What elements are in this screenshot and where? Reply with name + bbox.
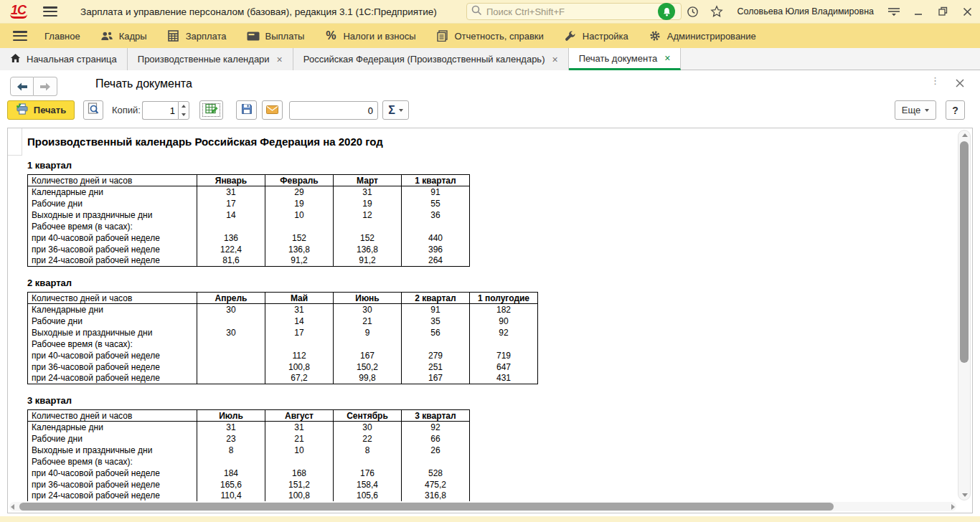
spin-down-icon[interactable] (179, 110, 189, 119)
menu-item-label: Выплаты (265, 31, 305, 42)
menu-item-administration[interactable]: Администрирование (639, 24, 766, 48)
table-row: при 24-часовой рабочей неделе81,691,291,… (28, 255, 470, 267)
section-heading-q1: 1 квартал (27, 160, 956, 171)
close-icon[interactable] (960, 4, 974, 19)
horizontal-scrollbar[interactable] (9, 502, 956, 511)
tab-print-document[interactable]: Печать документа × (569, 48, 682, 70)
table-cell: 21 (265, 433, 334, 445)
minimize-icon[interactable] (911, 4, 925, 19)
menu-item-payments[interactable]: Выплаты (237, 24, 315, 48)
send-email-button[interactable] (262, 100, 283, 120)
table-header-cell: 1 квартал (402, 175, 470, 186)
table-header-cell: Январь (197, 175, 265, 186)
scroll-right-icon[interactable] (951, 504, 955, 510)
print-button[interactable]: Печать (7, 100, 75, 120)
restore-icon[interactable] (936, 4, 950, 19)
table-cell (265, 338, 334, 350)
table-cell (334, 456, 402, 468)
current-user-name[interactable]: Соловьева Юлия Владимировна (737, 6, 874, 16)
preview-magnifier-icon (88, 103, 99, 118)
table-cell (402, 338, 470, 350)
tab-home[interactable]: Начальная страница (0, 48, 128, 70)
edit-spreadsheet-button[interactable] (199, 100, 223, 120)
menu-item-label: Главное (44, 31, 80, 42)
tab-russian-federation-calendar[interactable]: Российская Федерация (Производственный к… (293, 48, 569, 70)
copies-input[interactable] (142, 101, 178, 120)
envelope-icon (266, 104, 278, 117)
table-cell: 90 (470, 315, 538, 327)
table-cell: 431 (470, 373, 538, 384)
table-cell: при 24-часовой рабочей неделе (28, 255, 197, 267)
window-options-dots-icon[interactable]: ⋮ (930, 79, 940, 82)
calendar-table-q2: Количество дней и часовАпрельМайИюнь2 кв… (27, 292, 538, 384)
people-icon (100, 29, 113, 42)
table-row: при 24-часовой рабочей неделе67,299,8167… (28, 373, 538, 384)
table-cell: 31 (334, 186, 402, 198)
table-row: Рабочее время (в часах): (28, 338, 538, 350)
table-cell: Выходные и праздничные дни (28, 209, 197, 221)
table-cell: 19 (265, 198, 334, 209)
wrench-icon (564, 29, 577, 42)
table-cell: при 40-часовой рабочей неделе (28, 350, 197, 361)
close-form-icon[interactable] (956, 77, 964, 90)
sum-button[interactable]: Σ (382, 100, 409, 120)
table-cell: при 36-часовой рабочей неделе (28, 479, 197, 490)
table-header-cell: Количество дней и часов (28, 410, 197, 422)
history-icon[interactable] (685, 4, 699, 19)
menu-item-salary[interactable]: Зарплата (157, 24, 237, 48)
more-actions-button[interactable]: Еще (895, 100, 936, 120)
sections-panel-icon[interactable] (13, 31, 27, 41)
menu-item-main[interactable]: Главное (34, 24, 90, 48)
menu-item-reports[interactable]: Отчетность, справки (426, 24, 554, 48)
table-cell: 92 (402, 422, 470, 433)
open-windows-tabbar: Начальная страница Производственные кале… (0, 48, 980, 70)
table-cell: 21 (334, 315, 402, 327)
table-row: Выходные и праздничные дни301795692 (28, 327, 538, 338)
table-cell: 152 (334, 232, 402, 244)
table-row: Рабочие дни14213590 (28, 315, 538, 327)
table-cell: 67,2 (265, 373, 334, 384)
table-cell: Рабочее время (в часах): (28, 221, 197, 232)
table-cell: 91,2 (334, 255, 402, 267)
table-cell: Выходные и праздничные дни (28, 327, 197, 338)
table-header-cell: Количество дней и часов (28, 175, 197, 186)
table-row: Выходные и праздничные дни810826 (28, 445, 470, 456)
table-cell: 167 (402, 373, 470, 384)
notifications-bell-icon[interactable] (658, 3, 675, 20)
table-cell: 30 (197, 304, 265, 315)
scroll-left-icon[interactable] (11, 504, 14, 510)
forward-button[interactable] (34, 77, 57, 96)
scale-value-field[interactable] (289, 101, 378, 120)
menu-item-label: Настройка (583, 31, 628, 42)
document-content: Производственный календарь Российская Фе… (8, 128, 956, 501)
tab-close-icon[interactable]: × (277, 54, 283, 65)
vertical-scroll-thumb[interactable] (960, 141, 969, 363)
main-menu-icon[interactable] (43, 6, 57, 16)
vertical-scrollbar[interactable] (958, 130, 971, 500)
tab-close-icon[interactable]: × (664, 52, 670, 64)
back-button[interactable] (10, 77, 34, 96)
service-menu-icon[interactable] (887, 4, 901, 19)
scroll-down-icon[interactable] (962, 493, 968, 497)
table-cell (334, 338, 402, 350)
tab-close-icon[interactable]: × (552, 54, 557, 65)
sections-menubar: Главное Кадры Зарплата Выплаты % Налоги … (0, 23, 980, 48)
menu-item-settings[interactable]: Настройка (554, 24, 639, 48)
menu-item-taxes[interactable]: % Налоги и взносы (314, 24, 425, 48)
scroll-up-icon[interactable] (962, 133, 968, 137)
table-cell: 475,2 (402, 479, 470, 490)
menu-item-hr[interactable]: Кадры (90, 24, 157, 48)
help-button[interactable]: ? (946, 100, 965, 120)
horizontal-scroll-thumb[interactable] (19, 503, 834, 511)
spin-up-icon[interactable] (179, 102, 189, 110)
report-icon (436, 29, 449, 42)
save-button[interactable] (236, 100, 257, 120)
table-cell: 31 (265, 422, 334, 433)
print-preview-button[interactable] (83, 100, 103, 120)
table-cell: 29 (265, 186, 334, 198)
global-search-input[interactable]: Поиск Ctrl+Shift+F (466, 3, 682, 20)
favorites-star-icon[interactable] (710, 4, 724, 19)
tab-label: Печать документа (579, 53, 658, 64)
table-header-cell: Количество дней и часов (28, 293, 197, 304)
tab-production-calendars[interactable]: Производственные календари × (128, 48, 293, 70)
